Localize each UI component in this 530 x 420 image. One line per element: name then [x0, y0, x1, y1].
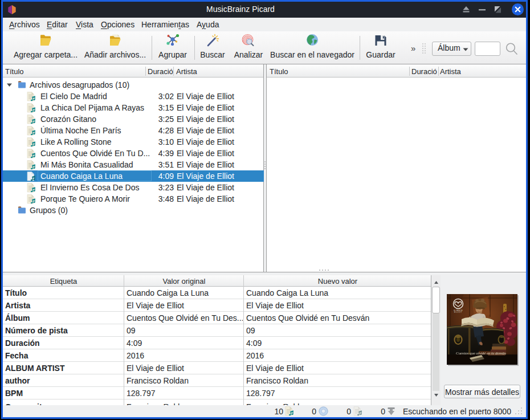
svg-text:Cuentos que olvidé en tu desvá: Cuentos que olvidé en tu desván — [456, 351, 506, 355]
svg-text:ELLIOT: ELLIOT — [454, 311, 462, 313]
